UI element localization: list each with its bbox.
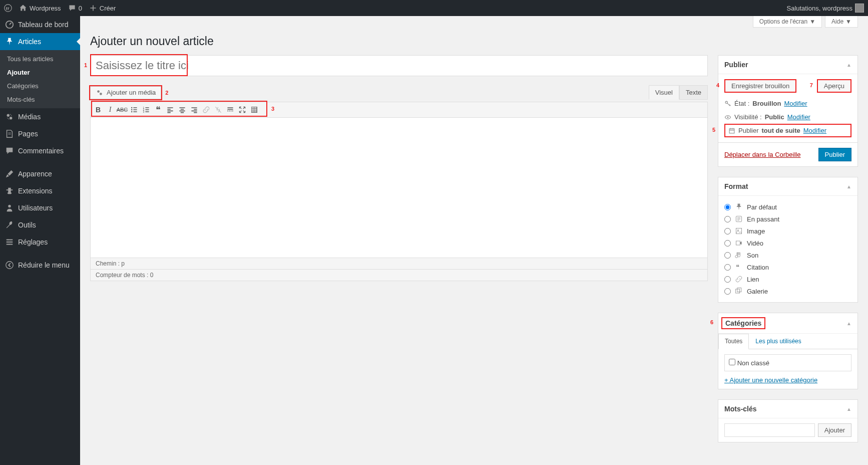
submenu-categories[interactable]: Catégories [0, 79, 80, 93]
annotation-4: 4 [716, 82, 719, 88]
submenu-add[interactable]: Ajouter [0, 66, 80, 79]
toolbar-ul[interactable] [129, 104, 140, 115]
toolbar-fullscreen[interactable] [237, 104, 248, 115]
add-category-link[interactable]: + Ajouter une nouvelle catégorie [724, 376, 817, 384]
preview-button[interactable]: Aperçu [817, 79, 851, 93]
menu-collapse[interactable]: Réduire le menu [0, 257, 80, 274]
menu-appearance[interactable]: Apparence [0, 165, 80, 182]
toolbar-align-left[interactable] [165, 104, 176, 115]
cat-tab-all[interactable]: Toutes [718, 334, 749, 349]
trash-link[interactable]: Déplacer dans la Corbeille [724, 151, 800, 158]
format-image[interactable]: Image [724, 225, 851, 237]
toolbar-link[interactable] [201, 104, 212, 115]
menu-comments[interactable]: Commentaires [0, 142, 80, 159]
comments-link[interactable]: 0 [68, 4, 82, 12]
plugin-icon [5, 186, 14, 195]
toolbar-toggle[interactable] [249, 104, 260, 115]
format-video[interactable]: Vidéo [724, 237, 851, 249]
toolbar-more[interactable] [225, 104, 236, 115]
format-default[interactable]: Par défaut [724, 201, 851, 213]
format-link[interactable]: Lien [724, 273, 851, 285]
users-icon [5, 203, 14, 212]
submenu-tags[interactable]: Mots-clés [0, 93, 80, 106]
svg-point-12 [131, 109, 132, 110]
submenu-all-articles[interactable]: Tous les articles [0, 52, 80, 66]
editor-path: Chemin : p [90, 258, 708, 270]
format-aside[interactable]: En passant [724, 213, 851, 225]
tab-text[interactable]: Texte [679, 85, 708, 100]
audio-icon [735, 251, 743, 259]
format-audio[interactable]: Son [724, 249, 851, 261]
category-item-nonclasse[interactable]: Non classé [729, 359, 769, 367]
site-link[interactable]: Wordpress [19, 4, 61, 12]
editor-toolbar: B I ABC 123 ❝ [90, 102, 708, 118]
pin-icon [5, 37, 14, 46]
svg-text:3: 3 [143, 111, 145, 113]
cat-tab-popular[interactable]: Les plus utilisées [749, 334, 807, 349]
menu-users[interactable]: Utilisateurs [0, 199, 80, 216]
format-quote[interactable]: ❝Citation [724, 261, 851, 273]
edit-visibility-link[interactable]: Modifier [787, 113, 810, 121]
toolbar-ol[interactable]: 123 [141, 104, 152, 115]
format-gallery[interactable]: Galerie [724, 285, 851, 297]
toolbar-bold[interactable]: B [93, 104, 104, 115]
annotation-5: 5 [712, 127, 715, 133]
menu-tools[interactable]: Outils [0, 216, 80, 234]
toolbar-italic[interactable]: I [105, 104, 116, 115]
panel-format-head[interactable]: Format ▲ [718, 177, 857, 196]
panel-publish: Publier ▲ 4 Enregistrer brouillon 7 Aper… [718, 55, 858, 167]
media-icon [96, 89, 104, 97]
toolbar-align-right[interactable] [189, 104, 200, 115]
pin-icon [735, 203, 743, 211]
svg-point-11 [131, 107, 132, 108]
panel-tags: Mots-clés ▲ Ajouter [718, 399, 858, 442]
image-icon [735, 227, 743, 235]
publish-button[interactable]: Publier [818, 148, 851, 161]
create-link[interactable]: Créer [89, 4, 116, 12]
edit-schedule-link[interactable]: Modifier [803, 127, 826, 134]
panel-categories-head[interactable]: Catégories ▲ [718, 313, 857, 334]
svg-point-6 [10, 242, 12, 243]
collapse-icon [5, 261, 14, 270]
link-icon [735, 275, 743, 283]
screen-options-tab[interactable]: Options de l'écran ▼ [753, 16, 822, 28]
menu-media[interactable]: Médias [0, 108, 80, 125]
menu-articles[interactable]: Articles [0, 33, 80, 50]
menu-dashboard[interactable]: Tableau de bord [0, 16, 80, 33]
annotation-2: 2 [165, 90, 168, 96]
tags-input[interactable] [724, 423, 815, 437]
post-title-input[interactable] [90, 55, 708, 76]
site-name: Wordpress [30, 5, 61, 12]
add-tag-button[interactable]: Ajouter [818, 423, 851, 437]
add-media-button[interactable]: Ajouter un média [90, 86, 161, 99]
editor-body[interactable] [90, 118, 708, 258]
plus-icon [89, 4, 97, 12]
menu-extensions[interactable]: Extensions [0, 182, 80, 199]
svg-rect-26 [736, 289, 740, 293]
home-icon [19, 4, 27, 12]
tab-visual[interactable]: Visuel [649, 85, 679, 100]
wp-logo[interactable] [4, 4, 12, 12]
toolbar-quote[interactable]: ❝ [153, 104, 164, 115]
page-icon [5, 129, 14, 138]
edit-state-link[interactable]: Modifier [784, 100, 807, 107]
panel-format: Format ▲ Par défaut En passant Image Vid… [718, 177, 858, 303]
panel-tags-head[interactable]: Mots-clés ▲ [718, 400, 857, 418]
svg-rect-22 [736, 228, 741, 234]
page-title: Ajouter un nouvel article [90, 35, 858, 48]
toolbar-unlink[interactable] [213, 104, 224, 115]
word-count: Compteur de mots : 0 [90, 270, 708, 281]
toolbar-align-center[interactable] [177, 104, 188, 115]
svg-point-9 [97, 90, 100, 93]
svg-point-10 [100, 93, 102, 95]
panel-publish-head[interactable]: Publier ▲ [718, 56, 857, 74]
menu-settings[interactable]: Réglages [0, 234, 80, 251]
toolbar-strike[interactable]: ABC [117, 104, 128, 115]
user-greeting[interactable]: Salutations, wordpress [786, 4, 864, 13]
menu-pages[interactable]: Pages [0, 125, 80, 142]
wordpress-icon [4, 4, 12, 12]
save-draft-button[interactable]: Enregistrer brouillon [724, 79, 796, 93]
help-tab[interactable]: Aide ▼ [825, 16, 858, 28]
annotation-6: 6 [710, 319, 713, 325]
annotation-7: 7 [810, 82, 813, 88]
